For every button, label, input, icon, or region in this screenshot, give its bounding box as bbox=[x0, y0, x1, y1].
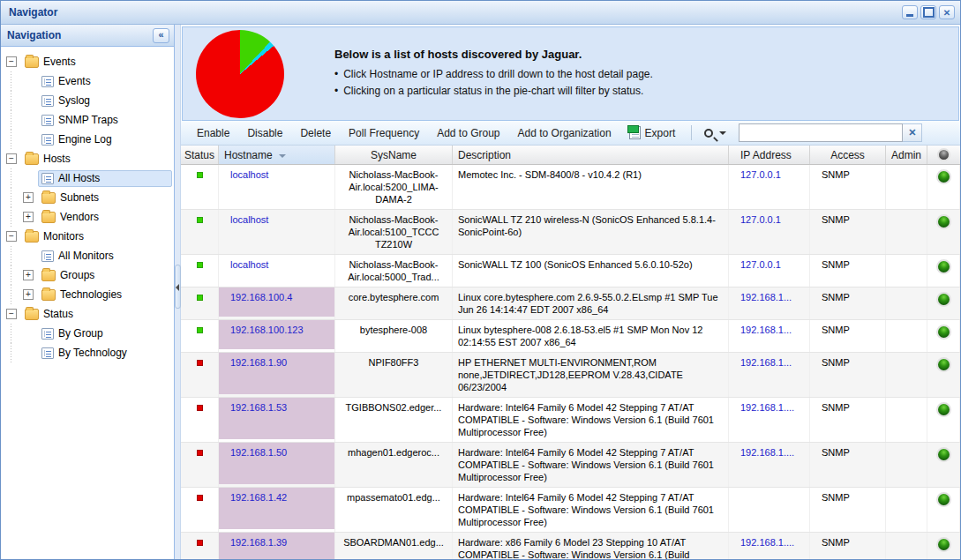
col-hostname-header[interactable]: Hostname bbox=[219, 146, 335, 164]
sidebar-item-syslog[interactable]: Syslog bbox=[1, 91, 172, 110]
delete-button[interactable]: Delete bbox=[291, 123, 340, 143]
table-row: 192.168.1.53 TGIBBONS02.edger... Hardwar… bbox=[181, 398, 960, 443]
col-status-header[interactable]: Status bbox=[181, 146, 219, 164]
sysname-cell: mhagen01.edgeroc... bbox=[335, 443, 453, 487]
ip-link[interactable]: 192.168.1.... bbox=[740, 402, 794, 413]
ip-link[interactable]: 192.168.1... bbox=[740, 292, 792, 302]
col-ip-address-header[interactable]: IP Address bbox=[729, 146, 810, 164]
web-cell bbox=[927, 533, 960, 559]
col-admin-header[interactable]: Admin bbox=[886, 146, 927, 164]
web-cell bbox=[927, 353, 960, 397]
search-input[interactable] bbox=[739, 123, 903, 142]
hosts-table: Status Hostname SysName Description IP A… bbox=[181, 146, 960, 559]
export-button[interactable]: Export bbox=[620, 123, 685, 143]
hostname-link[interactable]: 192.168.1.50 bbox=[230, 447, 287, 458]
tree-collapse-toggle-icon[interactable] bbox=[6, 231, 17, 242]
admin-cell bbox=[886, 210, 927, 254]
maximize-icon[interactable] bbox=[920, 5, 936, 19]
hostname-link[interactable]: 192.168.1.90 bbox=[230, 357, 287, 368]
sidebar-item-events[interactable]: Events bbox=[1, 71, 172, 91]
folder-icon bbox=[25, 153, 39, 165]
tree-expand-toggle-icon[interactable] bbox=[23, 212, 34, 222]
hostname-cell: 192.168.1.50 bbox=[219, 443, 335, 487]
hostname-link[interactable]: localhost bbox=[230, 169, 268, 180]
csv-document-icon bbox=[629, 126, 641, 139]
globe-icon[interactable] bbox=[936, 402, 951, 417]
sidebar-item-by-group[interactable]: By Group bbox=[1, 324, 172, 343]
collapse-panel-icon[interactable]: « bbox=[153, 28, 169, 43]
disable-button[interactable]: Disable bbox=[238, 123, 291, 143]
col-access-header[interactable]: Access bbox=[810, 146, 886, 164]
hostname-link[interactable]: 192.168.1.39 bbox=[230, 537, 287, 548]
sidebar-item-monitors-folder[interactable]: Monitors bbox=[1, 227, 172, 246]
tree-collapse-toggle-icon[interactable] bbox=[6, 309, 17, 319]
globe-icon[interactable] bbox=[936, 492, 951, 507]
sidebar-item-technologies[interactable]: Technologies bbox=[1, 285, 172, 304]
poll-frequency-button[interactable]: Poll Frequency bbox=[340, 123, 428, 143]
hosts-toolbar: Enable Disable Delete Poll Frequency Add… bbox=[181, 121, 960, 146]
sidebar-item-groups[interactable]: Groups bbox=[1, 265, 172, 285]
ip-link[interactable]: 192.168.1... bbox=[740, 325, 792, 335]
ip-link[interactable]: 192.168.1... bbox=[740, 357, 792, 368]
sidebar-item-by-technology[interactable]: By Technology bbox=[1, 343, 172, 362]
ip-link[interactable]: 192.168.1.... bbox=[740, 537, 794, 548]
add-to-organization-button[interactable]: Add to Organization bbox=[509, 123, 620, 143]
close-icon[interactable] bbox=[939, 5, 955, 19]
hostname-link[interactable]: localhost bbox=[230, 259, 268, 270]
add-to-group-button[interactable]: Add to Group bbox=[428, 123, 508, 143]
clear-search-icon[interactable]: ✕ bbox=[903, 123, 922, 142]
col-web-header[interactable] bbox=[927, 146, 960, 164]
sidebar-item-engine-log[interactable]: Engine Log bbox=[1, 130, 172, 149]
sidebar-item-events-folder[interactable]: Events bbox=[1, 52, 172, 71]
panel-splitter[interactable] bbox=[175, 25, 181, 559]
sidebar-item-label: Subnets bbox=[60, 191, 99, 204]
status-cell bbox=[181, 210, 219, 254]
globe-icon[interactable] bbox=[936, 537, 951, 552]
access-cell: SNMP bbox=[810, 165, 886, 209]
sidebar-item-vendors[interactable]: Vendors bbox=[1, 207, 172, 227]
sidebar-item-subnets[interactable]: Subnets bbox=[1, 188, 172, 207]
sidebar-item-all-hosts[interactable]: All Hosts bbox=[1, 168, 172, 188]
web-cell bbox=[927, 398, 960, 442]
web-cell bbox=[927, 320, 960, 352]
hostname-link[interactable]: 192.168.100.123 bbox=[230, 325, 304, 335]
table-row: 192.168.1.50 mhagen01.edgeroc... Hardwar… bbox=[181, 443, 960, 488]
description-cell: SonicWALL TZ 100 (SonicOS Enhanced 5.6.0… bbox=[453, 255, 729, 287]
sidebar-item-hosts-folder[interactable]: Hosts bbox=[1, 149, 172, 168]
ip-link[interactable]: 192.168.1.... bbox=[740, 447, 794, 458]
tree-expand-toggle-icon[interactable] bbox=[23, 270, 34, 280]
hostname-cell: localhost bbox=[219, 210, 335, 254]
globe-icon[interactable] bbox=[936, 325, 951, 340]
splitter-collapse-handle-icon[interactable] bbox=[175, 265, 181, 309]
tree-collapse-toggle-icon[interactable] bbox=[6, 153, 17, 164]
tree-expand-toggle-icon[interactable] bbox=[23, 289, 34, 300]
tree-expand-toggle-icon[interactable] bbox=[23, 192, 34, 203]
ip-link[interactable]: 127.0.0.1 bbox=[740, 259, 781, 270]
hostname-link[interactable]: 192.168.1.42 bbox=[230, 492, 287, 503]
ip-link[interactable]: 127.0.0.1 bbox=[740, 169, 781, 180]
globe-icon[interactable] bbox=[936, 214, 951, 229]
hostname-link[interactable]: 192.168.100.4 bbox=[230, 292, 292, 302]
hostname-link[interactable]: localhost bbox=[230, 214, 268, 225]
table-row: 192.168.100.4 core.bytesphere.com Linux … bbox=[181, 287, 960, 320]
minimize-icon[interactable] bbox=[902, 5, 918, 19]
toolbar-separator bbox=[691, 125, 692, 140]
globe-icon[interactable] bbox=[936, 447, 951, 462]
admin-cell bbox=[886, 353, 927, 397]
ip-link[interactable]: 127.0.0.1 bbox=[740, 214, 781, 225]
sidebar-item-status-folder[interactable]: Status bbox=[1, 304, 172, 324]
sidebar-item-all-monitors[interactable]: All Monitors bbox=[1, 246, 172, 265]
sidebar-item-snmp-traps[interactable]: SNMP Traps bbox=[1, 110, 172, 130]
globe-icon[interactable] bbox=[936, 169, 951, 184]
col-description-header[interactable]: Description bbox=[453, 146, 729, 164]
col-sysname-header[interactable]: SysName bbox=[335, 146, 453, 164]
admin-cell bbox=[886, 533, 927, 559]
globe-icon[interactable] bbox=[936, 259, 951, 274]
enable-button[interactable]: Enable bbox=[188, 123, 238, 143]
hostname-link[interactable]: 192.168.1.53 bbox=[230, 402, 287, 413]
status-pie-chart[interactable] bbox=[196, 30, 284, 118]
tree-collapse-toggle-icon[interactable] bbox=[6, 56, 17, 67]
search-menu-button[interactable] bbox=[699, 129, 732, 138]
globe-icon[interactable] bbox=[936, 292, 951, 307]
globe-icon[interactable] bbox=[936, 357, 951, 372]
